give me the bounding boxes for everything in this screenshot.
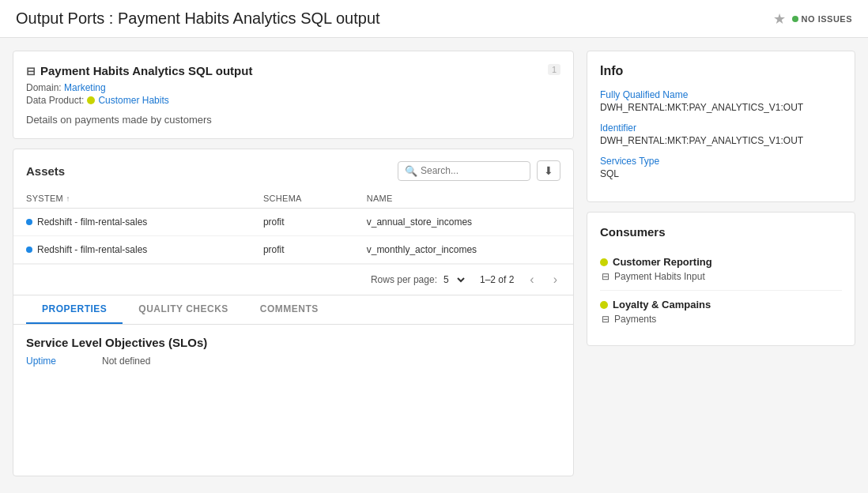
- col-system[interactable]: System ↑: [13, 189, 251, 209]
- assets-table: System ↑ Schema Name Redshift - film-ren…: [13, 189, 573, 264]
- data-product-dot: [87, 96, 95, 104]
- card-header: ⊟ Payment Habits Analytics SQL output 1: [26, 64, 560, 77]
- port-icon: ⊟: [602, 271, 609, 282]
- consumer-name: Customer Reporting: [600, 256, 842, 268]
- domain-line: Domain: Marketing: [26, 82, 560, 93]
- info-right-card: Info Fully Qualified Name DWH_RENTAL:MKT…: [587, 51, 855, 202]
- consumer-dot: [600, 301, 608, 309]
- consumer-item[interactable]: Loyalty & Campains ⊟ Payments: [600, 291, 842, 333]
- search-input-wrap: 🔍: [398, 161, 530, 181]
- rows-per-page: Rows per page: 5 10 25: [371, 273, 467, 286]
- consumer-item[interactable]: Customer Reporting ⊟ Payment Habits Inpu…: [600, 248, 842, 291]
- no-issues-badge: NO ISSUES: [792, 14, 852, 24]
- data-product-label: Data Product:: [26, 95, 84, 106]
- bottom-tabs: PROPERTIES QUALITY CHECKS COMMENTS Servi…: [13, 295, 573, 378]
- output-name: Payment Habits Analytics SQL output: [40, 64, 252, 77]
- tab-properties[interactable]: PROPERTIES: [26, 295, 123, 324]
- identifier-label[interactable]: Identifier: [600, 122, 842, 134]
- services-type-field: Services Type SQL: [600, 156, 842, 179]
- services-type-label[interactable]: Services Type: [600, 156, 842, 167]
- domain-link[interactable]: Marketing: [64, 82, 106, 93]
- assets-card: Assets 🔍 ⬇ System ↑ Schema: [13, 149, 574, 476]
- data-product-line: Data Product: Customer Habits: [26, 95, 560, 106]
- next-page-button[interactable]: ›: [550, 273, 560, 287]
- col-name: Name: [354, 189, 573, 209]
- download-button[interactable]: ⬇: [537, 160, 560, 181]
- output-info-card: ⊟ Payment Habits Analytics SQL output 1 …: [13, 51, 574, 139]
- cell-schema: profit: [251, 209, 354, 236]
- slo-uptime-label: Uptime: [26, 356, 89, 367]
- services-type-value: SQL: [600, 168, 842, 179]
- right-panel: Info Fully Qualified Name DWH_RENTAL:MKT…: [587, 51, 855, 476]
- cell-system: Redshift - film-rental-sales: [13, 236, 251, 264]
- consumers-list: Customer Reporting ⊟ Payment Habits Inpu…: [600, 248, 842, 333]
- output-description: Details on payments made by customers: [26, 114, 560, 126]
- system-value: Redshift - film-rental-sales: [37, 244, 147, 255]
- assets-header: Assets 🔍 ⬇: [13, 149, 573, 189]
- search-bar: 🔍 ⬇: [398, 160, 560, 181]
- consumer-dot: [600, 258, 608, 266]
- rows-per-page-select[interactable]: 5 10 25: [440, 273, 467, 286]
- table-footer: Rows per page: 5 10 25 1–2 of 2 ‹ ›: [13, 264, 573, 295]
- cell-system: Redshift - film-rental-sales: [13, 209, 251, 236]
- system-dot: [26, 219, 32, 225]
- header-right: ★ NO ISSUES: [773, 10, 852, 28]
- rows-per-page-label: Rows per page:: [371, 274, 437, 285]
- fqn-value: DWH_RENTAL:MKT:PAY_ANALYTICS_V1:OUT: [600, 102, 842, 113]
- no-issues-label: NO ISSUES: [802, 14, 852, 24]
- slo-row: Uptime Not defined: [26, 356, 560, 367]
- data-product-link[interactable]: Customer Habits: [98, 95, 168, 106]
- domain-label: Domain:: [26, 82, 62, 93]
- search-icon: 🔍: [405, 165, 417, 177]
- consumer-port-text: Payment Habits Input: [614, 271, 705, 282]
- favorite-icon[interactable]: ★: [773, 10, 786, 28]
- table-body: Redshift - film-rental-sales profit v_an…: [13, 209, 573, 264]
- table-header: System ↑ Schema Name: [13, 189, 573, 209]
- system-dot: [26, 246, 32, 253]
- consumers-card: Consumers Customer Reporting ⊟ Payment H…: [587, 212, 855, 346]
- fully-qualified-name-field: Fully Qualified Name DWH_RENTAL:MKT:PAY_…: [600, 89, 842, 113]
- identifier-field: Identifier DWH_RENTAL:MKT:PAY_ANALYTICS_…: [600, 122, 842, 146]
- search-input[interactable]: [421, 165, 523, 176]
- consumers-title: Consumers: [600, 225, 842, 239]
- consumer-port-text: Payments: [614, 314, 656, 325]
- cell-schema: profit: [251, 236, 354, 264]
- sort-arrow-icon: ↑: [66, 194, 70, 203]
- table-row: Redshift - film-rental-sales profit v_an…: [13, 209, 573, 236]
- slo-title: Service Level Objectives (SLOs): [26, 336, 560, 349]
- consumer-name: Loyalty & Campains: [600, 299, 842, 310]
- consumer-port: ⊟ Payments: [602, 314, 842, 325]
- table-row: Redshift - film-rental-sales profit v_mo…: [13, 236, 573, 264]
- main-layout: ⊟ Payment Habits Analytics SQL output 1 …: [0, 38, 868, 489]
- port-icon: ⊟: [602, 314, 609, 325]
- cell-name: v_annual_store_incomes: [354, 209, 573, 236]
- output-title: ⊟ Payment Habits Analytics SQL output: [26, 64, 252, 77]
- output-port-icon: ⊟: [26, 65, 36, 77]
- card-number: 1: [548, 64, 560, 75]
- page-title: Output Ports : Payment Habits Analytics …: [16, 9, 380, 28]
- assets-title: Assets: [26, 164, 65, 178]
- tab-comments[interactable]: COMMENTS: [244, 295, 334, 324]
- slo-uptime-value: Not defined: [102, 356, 150, 367]
- consumer-name-text: Customer Reporting: [613, 256, 712, 268]
- left-panel: ⊟ Payment Habits Analytics SQL output 1 …: [13, 51, 574, 476]
- col-schema: Schema: [251, 189, 354, 209]
- consumer-name-text: Loyalty & Campains: [613, 299, 711, 310]
- tab-bar: PROPERTIES QUALITY CHECKS COMMENTS: [13, 295, 573, 325]
- info-right-title: Info: [600, 64, 842, 78]
- consumer-port: ⊟ Payment Habits Input: [602, 271, 842, 282]
- page-header: Output Ports : Payment Habits Analytics …: [0, 0, 868, 38]
- fqn-label[interactable]: Fully Qualified Name: [600, 89, 842, 100]
- pagination-info: 1–2 of 2: [480, 274, 514, 285]
- identifier-value: DWH_RENTAL:MKT:PAY_ANALYTICS_V1:OUT: [600, 135, 842, 146]
- prev-page-button[interactable]: ‹: [526, 273, 537, 287]
- cell-name: v_monthly_actor_incomes: [354, 236, 573, 264]
- tab-quality-checks[interactable]: QUALITY CHECKS: [123, 295, 243, 324]
- system-value: Redshift - film-rental-sales: [37, 216, 147, 228]
- tab-content-properties: Service Level Objectives (SLOs) Uptime N…: [13, 325, 573, 378]
